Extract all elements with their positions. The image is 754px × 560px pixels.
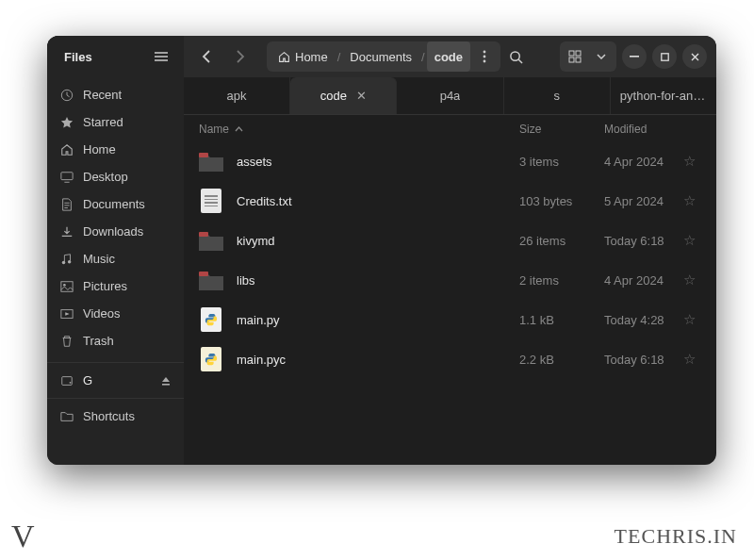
sort-asc-icon: [235, 126, 243, 132]
file-size: 26 items: [519, 234, 604, 248]
picture-icon: [60, 280, 74, 293]
file-row[interactable]: kivymd26 itemsToday 6:18☆: [184, 221, 716, 260]
file-row[interactable]: Credits.txt103 bytes5 Apr 2024☆: [184, 181, 716, 221]
sidebar-label: Recent: [83, 88, 122, 102]
file-row[interactable]: assets3 items4 Apr 2024☆: [184, 141, 716, 181]
sidebar-item-music[interactable]: Music: [47, 245, 184, 272]
file-name: libs: [237, 273, 519, 288]
breadcrumb: Home / Documents / code: [267, 41, 500, 72]
tab-p4a[interactable]: p4a: [397, 77, 503, 114]
content-area: RecentStarredHomeDesktopDocumentsDownloa…: [47, 77, 716, 465]
watermark-brand: TECHRIS.IN: [615, 524, 737, 549]
forward-button[interactable]: [225, 41, 255, 72]
sidebar-item-desktop[interactable]: Desktop: [47, 163, 184, 190]
file-list: assets3 items4 Apr 2024☆Credits.txt103 b…: [184, 141, 716, 465]
file-modified: 4 Apr 2024: [604, 155, 678, 169]
sidebar-item-documents[interactable]: Documents: [47, 190, 184, 218]
file-name: kivymd: [237, 234, 519, 248]
tab-python-for-android[interactable]: python-for-android: [611, 77, 716, 114]
svg-point-2: [484, 60, 486, 63]
sidebar-item-pictures[interactable]: Pictures: [47, 272, 184, 300]
svg-point-1: [484, 56, 486, 58]
file-row[interactable]: main.py1.1 kBToday 4:28☆: [184, 300, 716, 339]
column-name[interactable]: Name: [199, 123, 519, 136]
home-icon: [60, 143, 74, 156]
tab-close-icon[interactable]: ✕: [356, 89, 367, 103]
tab-label: code: [320, 89, 347, 103]
download-icon: [60, 225, 74, 239]
view-dropdown-button[interactable]: [588, 41, 615, 72]
file-row[interactable]: main.pyc2.2 kBToday 6:18☆: [184, 339, 716, 379]
sidebar-drive[interactable]: G: [47, 367, 184, 394]
star-button[interactable]: ☆: [678, 232, 701, 249]
folder-icon: [199, 149, 223, 173]
star-button[interactable]: ☆: [678, 153, 701, 170]
crumb-separator: /: [337, 50, 341, 64]
file-size: 2 items: [519, 273, 604, 288]
file-name: assets: [237, 155, 519, 169]
crumb-separator: /: [421, 50, 425, 64]
crumb-label: Documents: [350, 50, 412, 64]
music-icon: [60, 253, 74, 266]
sidebar-item-home[interactable]: Home: [47, 136, 184, 163]
sidebar-item-trash[interactable]: Trash: [47, 327, 184, 354]
file-modified: Today 4:28: [604, 313, 678, 327]
home-icon: [278, 51, 290, 63]
svg-rect-22: [199, 272, 208, 276]
view-grid-button[interactable]: [562, 41, 588, 72]
folder-icon: [199, 228, 223, 253]
search-button[interactable]: [500, 41, 531, 72]
sidebar-item-recent[interactable]: Recent: [47, 81, 184, 108]
column-modified[interactable]: Modified: [604, 123, 701, 136]
file-modified: 5 Apr 2024: [604, 194, 678, 208]
tab-s[interactable]: s: [504, 77, 611, 114]
files-window: Files Home / Documents / code: [47, 36, 716, 465]
path-menu-button[interactable]: [472, 41, 497, 72]
sidebar-label: Desktop: [83, 170, 128, 184]
star-button[interactable]: ☆: [678, 311, 701, 328]
eject-icon[interactable]: [161, 376, 171, 386]
tab-code[interactable]: code✕: [290, 77, 397, 114]
sidebar-label: Music: [83, 252, 115, 266]
file-modified: Today 6:18: [604, 353, 678, 367]
sidebar-label: Home: [83, 142, 116, 156]
tab-apk[interactable]: apk: [184, 77, 290, 114]
crumb-documents[interactable]: Documents: [342, 41, 419, 72]
file-modified: 4 Apr 2024: [604, 273, 678, 288]
drive-icon: [60, 374, 74, 387]
window-controls: [622, 44, 716, 69]
titlebar: Files Home / Documents / code: [47, 36, 716, 77]
sidebar-item-downloads[interactable]: Downloads: [47, 218, 184, 245]
svg-point-0: [484, 51, 486, 54]
svg-rect-9: [661, 53, 667, 59]
sidebar-item-starred[interactable]: Starred: [47, 108, 184, 136]
back-button[interactable]: [191, 41, 221, 72]
tab-label: p4a: [440, 89, 461, 103]
sidebar-label: Pictures: [83, 279, 127, 293]
sidebar-shortcuts[interactable]: Shortcuts: [47, 403, 184, 430]
star-button[interactable]: ☆: [678, 351, 701, 368]
column-size[interactable]: Size: [519, 123, 604, 136]
sidebar-label: Documents: [83, 197, 145, 211]
maximize-button[interactable]: [652, 44, 677, 69]
star-button[interactable]: ☆: [678, 192, 701, 209]
crumb-home[interactable]: Home: [270, 41, 336, 72]
sidebar-label: Videos: [83, 306, 121, 321]
sidebar-item-videos[interactable]: Videos: [47, 300, 184, 327]
star-button[interactable]: ☆: [678, 272, 701, 288]
file-row[interactable]: libs2 items4 Apr 2024☆: [184, 260, 716, 300]
svg-rect-8: [630, 56, 639, 58]
tab-label: apk: [227, 89, 247, 103]
svg-rect-4: [569, 51, 574, 56]
crumb-code[interactable]: code: [427, 41, 470, 72]
sidebar-label: Starred: [83, 115, 123, 129]
file-size: 103 bytes: [519, 194, 604, 208]
sidebar-menu-button[interactable]: [148, 43, 174, 70]
sidebar-label: Trash: [83, 334, 114, 348]
close-button[interactable]: [682, 44, 707, 69]
trash-icon: [60, 335, 74, 348]
svg-point-3: [510, 51, 518, 59]
crumb-label: code: [434, 50, 463, 64]
file-name: main.py: [237, 313, 519, 327]
minimize-button[interactable]: [622, 44, 647, 69]
